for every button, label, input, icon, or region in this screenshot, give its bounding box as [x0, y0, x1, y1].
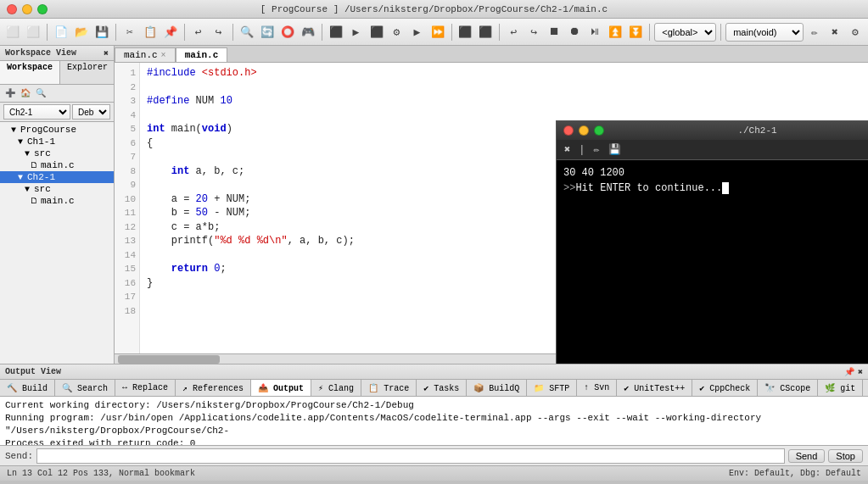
toolbar-redo[interactable]: ↪: [210, 22, 228, 42]
output-send-bar: Send: Send Stop: [0, 445, 868, 465]
toolbar-btn-l[interactable]: ⏯: [585, 22, 604, 42]
output-tab-clang[interactable]: ⚡ Clang: [311, 380, 361, 396]
terminal-prompt-line: >>Hit ENTER to continue...: [563, 181, 868, 196]
toolbar-btn-f[interactable]: ⬛: [456, 22, 474, 42]
terminal-toolbar: ✖ | ✏ 💾: [557, 140, 868, 160]
toolbar-btn-j[interactable]: ⏹: [545, 22, 563, 42]
main-toolbar: ⬜ ⬜ 📄 📂 💾 ✂ 📋 📌 ↩ ↪ 🔍 🔄 ⭕ 🎮 ⬛ ▶ ⬛ ⚙ ▶ ⏩ …: [0, 19, 868, 46]
toolbar-pencil[interactable]: ✏: [805, 22, 824, 42]
toolbar-open[interactable]: 📂: [72, 22, 91, 42]
debug-dropdown[interactable]: Debug: [72, 104, 110, 120]
toolbar-btn-y[interactable]: 🎮: [299, 22, 317, 42]
terminal-prompt-msg: Hit ENTER to continue...: [575, 182, 722, 194]
terminal-tool-save[interactable]: 💾: [606, 143, 624, 156]
sidebar-tab-workspace[interactable]: Workspace: [0, 61, 60, 84]
tree-ch1-1[interactable]: ▼ Ch1-1: [0, 136, 114, 147]
toolbar-sep-7: [499, 24, 500, 41]
toolbar-btn-z[interactable]: ⬛: [327, 22, 345, 42]
tree-progcourse[interactable]: ▼ ProgCourse: [0, 124, 114, 136]
toolbar-btn-1[interactable]: ⬜: [3, 22, 22, 42]
terminal-tool-close[interactable]: ✖: [562, 143, 573, 156]
sidebar-tool-search[interactable]: 🔍: [34, 86, 48, 100]
output-tab-buildq[interactable]: 📦 BuildQ: [467, 380, 527, 396]
toolbar-btn-h[interactable]: ↩: [504, 22, 523, 42]
toolbar-undo[interactable]: ↩: [189, 22, 208, 42]
toolbar-new[interactable]: 📄: [52, 22, 70, 42]
global-dropdown[interactable]: <global>: [654, 23, 716, 42]
output-tab-cppcheck[interactable]: ✔ CppCheck: [692, 380, 758, 396]
toolbar-btn-d[interactable]: ▶: [408, 22, 427, 42]
workspace-dropdown[interactable]: Ch2-1: [3, 104, 70, 120]
output-tab-svn[interactable]: ↑ Svn: [577, 380, 617, 396]
output-tab-sftp[interactable]: 📁 SFTP: [527, 380, 577, 396]
output-tab-output[interactable]: 📤 Output: [251, 380, 311, 396]
window-controls[interactable]: [7, 4, 48, 14]
output-tabs: 🔨 Build 🔍 Search ↔ Replace ↗ References …: [0, 380, 868, 397]
toolbar-close-x[interactable]: ✖: [826, 22, 844, 42]
output-title: Output View: [5, 367, 61, 376]
toolbar-btn-x[interactable]: ⭕: [278, 22, 297, 42]
output-tab-cscope[interactable]: 🔭 CScope: [758, 380, 818, 396]
output-tab-tasks[interactable]: ✔ Tasks: [417, 380, 467, 396]
stop-button[interactable]: Stop: [828, 449, 863, 463]
toolbar-copy[interactable]: 📋: [141, 22, 160, 42]
terminal-tool-sep: |: [576, 144, 587, 156]
toolbar-btn-k[interactable]: ⏺: [565, 22, 584, 42]
toolbar-btn-i[interactable]: ↪: [524, 22, 543, 42]
sidebar-tool-add[interactable]: ➕: [3, 86, 17, 100]
terminal-min-button[interactable]: [579, 125, 589, 136]
terminal-close-button[interactable]: [563, 125, 574, 136]
output-tab-replace[interactable]: ↔ Replace: [115, 380, 176, 396]
close-button[interactable]: [7, 4, 17, 14]
send-label: Send:: [5, 451, 33, 461]
tab-close-1[interactable]: ×: [161, 51, 166, 60]
tree-mainc-2[interactable]: 🗋 main.c: [0, 195, 114, 207]
toolbar-sep-9: [720, 24, 721, 41]
output-tab-trace[interactable]: 📋 Trace: [361, 380, 417, 396]
toolbar-replace[interactable]: 🔄: [258, 22, 277, 42]
sidebar-close-icon[interactable]: ✖: [104, 48, 109, 58]
tree-mainc-1[interactable]: 🗋 main.c: [0, 159, 114, 171]
output-pin-icon[interactable]: 📌: [844, 367, 854, 377]
terminal-tool-edit[interactable]: ✏: [591, 143, 602, 156]
toolbar-find[interactable]: 🔍: [238, 22, 256, 42]
toolbar-btn-m[interactable]: ⏫: [606, 22, 624, 42]
toolbar-btn-e[interactable]: ⏩: [428, 22, 447, 42]
output-tab-unittest[interactable]: ✔ UnitTest++: [617, 380, 692, 396]
editor-tab-2[interactable]: main.c: [176, 47, 228, 62]
output-tab-search[interactable]: 🔍 Search: [55, 380, 115, 396]
send-button[interactable]: Send: [788, 449, 826, 463]
terminal-title-bar: ./Ch2-1: [557, 121, 868, 140]
status-bar: Ln 13 Col 12 Pos 133, Normal bookmark En…: [0, 465, 868, 481]
function-dropdown[interactable]: main(void): [725, 23, 804, 42]
sidebar-tool-home[interactable]: 🏠: [19, 86, 32, 100]
minimize-button[interactable]: [22, 4, 32, 14]
toolbar-btn-2[interactable]: ⬜: [24, 22, 42, 42]
tree-ch2-1[interactable]: ▼ Ch2-1: [0, 171, 114, 183]
toolbar-btn-g[interactable]: ⬛: [476, 22, 495, 42]
toolbar-btn-c[interactable]: ⚙: [388, 22, 406, 42]
terminal-max-button[interactable]: [594, 125, 604, 136]
toolbar-paste[interactable]: 📌: [161, 22, 180, 42]
toolbar-btn-a[interactable]: ▶: [347, 22, 366, 42]
toolbar-btn-n[interactable]: ⏬: [626, 22, 645, 42]
toolbar-save[interactable]: 💾: [92, 22, 111, 42]
output-tab-git[interactable]: 🌿 git: [818, 380, 863, 396]
toolbar-settings[interactable]: ⚙: [846, 22, 865, 42]
toolbar-btn-b[interactable]: ⬛: [367, 22, 386, 42]
tree-src-2[interactable]: ▼ src: [0, 183, 114, 195]
output-tab-build[interactable]: 🔨 Build: [0, 380, 55, 396]
window-title: [ ProgCourse ] /Users/niksterg/Dropbox/P…: [260, 4, 608, 14]
output-content: Current working directory: /Users/nikste…: [0, 397, 868, 445]
tree-src-1[interactable]: ▼ src: [0, 147, 114, 159]
sidebar-tab-explorer[interactable]: Explorer: [60, 61, 115, 84]
send-input[interactable]: [36, 448, 785, 464]
maximize-button[interactable]: [37, 4, 48, 14]
line-numbers: 123456789101112131415161718: [115, 63, 140, 353]
editor-tab-1[interactable]: main.c ×: [115, 47, 176, 62]
terminal-content[interactable]: 30 40 1200 >>Hit ENTER to continue...: [557, 160, 868, 364]
output-tab-references[interactable]: ↗ References: [176, 380, 251, 396]
toolbar-cut[interactable]: ✂: [120, 22, 139, 42]
status-left: Ln 13 Col 12 Pos 133, Normal bookmark: [7, 469, 195, 478]
output-close-icon[interactable]: ✖: [858, 367, 863, 377]
